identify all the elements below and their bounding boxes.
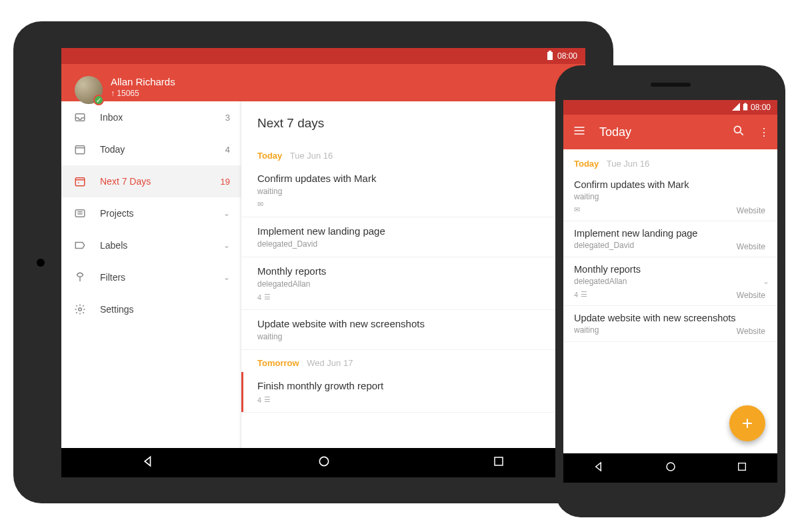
task-meta: ✉: [257, 200, 569, 209]
task-title: Update website with new screenshots: [257, 318, 569, 329]
sidebar-item-today[interactable]: Today 4: [61, 133, 241, 165]
search-icon[interactable]: [732, 124, 745, 140]
section-name: Today: [574, 159, 599, 169]
calendar-week-icon: [72, 175, 88, 187]
signal-icon: [732, 103, 740, 113]
svg-rect-6: [495, 457, 503, 465]
svg-rect-1: [75, 146, 85, 154]
chevron-down-icon[interactable]: ⌄: [763, 277, 769, 286]
hamburger-icon[interactable]: [573, 124, 586, 140]
task-item[interactable]: Monthly reports delegatedAllan 4☰ ⌄ Webs…: [563, 257, 777, 306]
sidebar-item-filters[interactable]: Filters ⌄: [61, 261, 241, 293]
svg-rect-9: [739, 463, 746, 471]
task-subtitle: waiting: [574, 192, 767, 201]
section-name: Today: [257, 151, 282, 161]
comment-icon: ☰: [581, 290, 587, 299]
sidebar-item-settings[interactable]: Settings: [61, 293, 241, 325]
sidebar-count: 19: [221, 177, 230, 187]
task-subtitle: waiting: [257, 187, 569, 196]
battery-icon: [547, 51, 553, 62]
task-project: Website: [737, 327, 769, 336]
sidebar-label: Projects: [100, 208, 223, 219]
task-item[interactable]: Implement new landing page delegated_Dav…: [241, 217, 585, 257]
battery-icon: [743, 103, 748, 113]
filter-icon: [72, 271, 88, 283]
chevron-down-icon: ⌄: [223, 273, 230, 282]
task-project: Website: [737, 206, 769, 215]
sidebar-item-inbox[interactable]: Inbox 3: [61, 101, 241, 133]
nav-back-button[interactable]: [142, 455, 155, 471]
android-navbar: [61, 448, 585, 477]
task-title: Implement new landing page: [257, 225, 569, 237]
nav-home-button[interactable]: [317, 455, 331, 471]
inbox-icon: [72, 111, 88, 123]
user-name: Allan Richards: [111, 76, 175, 87]
task-item[interactable]: Finish monthly growth report 4☰ Gr: [241, 372, 585, 413]
add-task-fab[interactable]: +: [729, 405, 765, 441]
task-item[interactable]: Implement new landing page delegated_Dav…: [563, 221, 777, 257]
appbar-title: Today: [599, 125, 719, 139]
mail-icon: ✉: [574, 205, 580, 214]
tablet-statusbar: 08:00: [61, 48, 585, 64]
content-pane: Next 7 days Today Tue Jun 16 Confirm upd…: [241, 101, 585, 448]
comment-icon: ☰: [264, 395, 271, 404]
statusbar-time: 08:00: [751, 103, 771, 112]
phone-device: 08:00 Today ⋮ Today Tue Jun 16 Confirm u…: [555, 65, 785, 517]
sidebar-label: Next 7 Days: [100, 176, 221, 187]
user-info: Allan Richards ↑ 15065: [111, 76, 175, 98]
task-subtitle: delegatedAllan: [257, 279, 569, 289]
page-title: Next 7 days: [241, 101, 585, 143]
sidebar: Inbox 3 Today 4 Next 7 Days 19 Projects …: [61, 101, 241, 448]
nav-back-button[interactable]: [593, 461, 605, 475]
task-item[interactable]: Update website with new screenshots wait…: [563, 306, 777, 342]
task-title: Confirm updates with Mark: [574, 179, 767, 190]
phone-section-header: Today Tue Jun 16: [563, 149, 777, 173]
phone-speaker: [651, 83, 691, 87]
task-title: Implement new landing page: [574, 228, 767, 239]
svg-rect-2: [75, 178, 85, 186]
tablet-camera: [37, 259, 45, 267]
section-date: Wed Jun 17: [307, 358, 353, 368]
statusbar-time: 08:00: [557, 51, 577, 61]
sidebar-label: Filters: [100, 272, 223, 283]
section-date: Tue Jun 16: [290, 151, 333, 161]
sidebar-label: Today: [100, 144, 225, 155]
svg-point-4: [79, 308, 82, 311]
tablet-screen: 08:00 ✓ Allan Richards ↑ 15065 Inbox 3: [61, 48, 585, 477]
sidebar-item-labels[interactable]: Labels ⌄: [61, 229, 241, 261]
task-comments: 4☰: [257, 395, 569, 404]
tag-icon: [72, 239, 88, 251]
sidebar-item-next7days[interactable]: Next 7 Days 19: [61, 165, 241, 197]
calendar-icon: [72, 143, 88, 155]
nav-home-button[interactable]: [665, 461, 677, 475]
sidebar-count: 4: [225, 145, 230, 155]
task-project: Website: [737, 291, 769, 300]
comment-icon: ☰: [264, 293, 271, 301]
section-header-today: Today Tue Jun 16: [241, 143, 585, 165]
sidebar-label: Labels: [100, 240, 223, 251]
task-title: Finish monthly growth report: [257, 380, 569, 391]
nav-recent-button[interactable]: [493, 455, 505, 470]
sidebar-label: Settings: [100, 304, 230, 315]
section-name: Tomorrow: [257, 358, 299, 368]
task-comments: 4☰: [257, 293, 569, 301]
task-item[interactable]: Monthly reports delegatedAllan 4☰ W: [241, 257, 585, 310]
avatar[interactable]: ✓: [75, 76, 103, 104]
more-icon[interactable]: ⋮: [759, 126, 768, 139]
task-title: Update website with new screenshots: [574, 313, 767, 323]
gear-icon: [72, 303, 88, 315]
sidebar-item-projects[interactable]: Projects ⌄: [61, 197, 241, 229]
list-icon: [72, 207, 88, 219]
sidebar-label: Inbox: [100, 112, 225, 123]
task-title: Monthly reports: [257, 265, 569, 277]
task-subtitle: waiting: [257, 332, 569, 341]
task-item[interactable]: Update website with new screenshots wait…: [241, 310, 585, 350]
sidebar-count: 3: [225, 113, 230, 123]
task-item[interactable]: Confirm updates with Mark waiting ✉ Webs…: [563, 173, 777, 221]
svg-point-7: [734, 126, 741, 133]
android-navbar: [563, 453, 777, 483]
task-item[interactable]: Confirm updates with Mark waiting ✉ W: [241, 165, 585, 217]
avatar-online-badge: ✓: [93, 95, 104, 105]
svg-point-5: [319, 457, 328, 465]
nav-recent-button[interactable]: [737, 461, 747, 475]
